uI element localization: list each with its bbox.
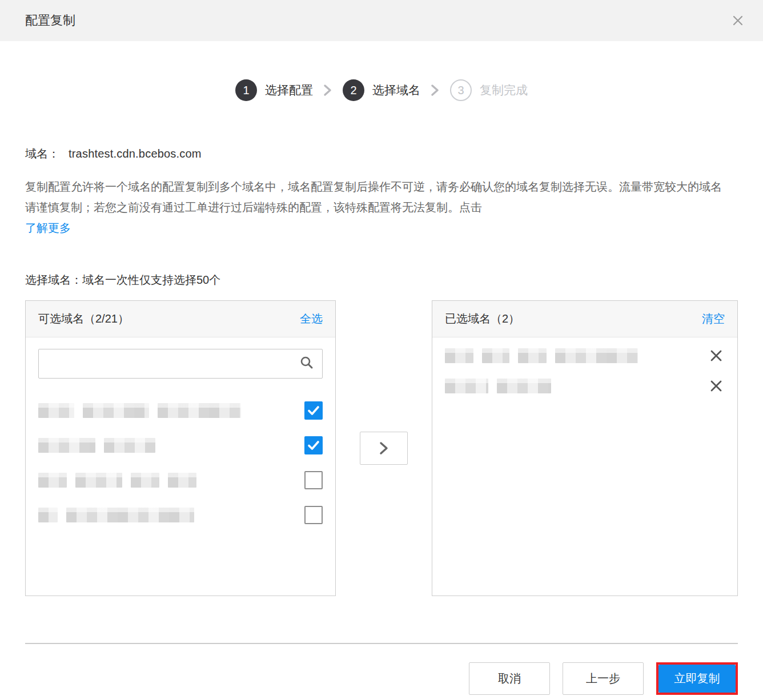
selected-domain-row bbox=[445, 377, 725, 395]
domain-checkbox-checked[interactable] bbox=[304, 401, 323, 420]
step-2-label: 选择域名 bbox=[372, 82, 420, 98]
copy-notice-text: 复制配置允许将一个域名的配置复制到多个域名中，域名配置复制后操作不可逆，请务必确… bbox=[25, 176, 729, 238]
cancel-button[interactable]: 取消 bbox=[469, 662, 550, 695]
clear-all-link[interactable]: 清空 bbox=[702, 311, 725, 327]
selected-panel-title: 已选域名（2） bbox=[445, 311, 520, 327]
domain-search-input[interactable] bbox=[47, 358, 299, 370]
chevron-right-icon bbox=[378, 441, 390, 456]
step-arrow-icon bbox=[323, 83, 332, 97]
available-domain-row bbox=[38, 436, 323, 454]
available-panel-title: 可选域名（2/21） bbox=[38, 311, 129, 327]
copy-now-button[interactable]: 立即复制 bbox=[658, 665, 736, 693]
transfer-column bbox=[336, 300, 432, 596]
remove-domain-icon[interactable] bbox=[708, 347, 725, 364]
redacted-domain-text bbox=[38, 508, 194, 522]
select-domain-hint: 选择域名：域名一次性仅支持选择50个 bbox=[25, 272, 738, 288]
remove-domain-icon[interactable] bbox=[708, 377, 725, 395]
step-2-number: 2 bbox=[343, 79, 364, 101]
selected-panel-header: 已选域名（2） 清空 bbox=[432, 301, 737, 337]
redacted-domain-text bbox=[38, 403, 241, 418]
domain-transfer: 可选域名（2/21） 全选 bbox=[25, 300, 738, 596]
redacted-domain-text bbox=[38, 473, 196, 488]
dialog-header: 配置复制 bbox=[0, 0, 763, 41]
submit-highlight-annotation: 立即复制 bbox=[656, 662, 738, 695]
move-right-button[interactable] bbox=[360, 432, 408, 465]
domain-checkbox-checked[interactable] bbox=[304, 436, 323, 454]
available-domains-panel: 可选域名（2/21） 全选 bbox=[25, 300, 336, 596]
domain-checkbox-unchecked[interactable] bbox=[304, 506, 323, 524]
source-domain-label: 域名： bbox=[25, 146, 59, 162]
source-domain-row: 域名： trashtest.cdn.bcebos.com bbox=[25, 146, 738, 162]
available-domain-row bbox=[38, 401, 323, 420]
previous-step-button[interactable]: 上一步 bbox=[563, 662, 644, 695]
step-indicator: 1 选择配置 2 选择域名 3 复制完成 bbox=[0, 79, 763, 102]
notice-body: 复制配置允许将一个域名的配置复制到多个域名中，域名配置复制后操作不可逆，请务必确… bbox=[25, 180, 722, 214]
selected-domain-list bbox=[445, 347, 725, 395]
step-2: 2 选择域名 bbox=[343, 79, 420, 101]
source-domain-value: trashtest.cdn.bcebos.com bbox=[69, 147, 202, 160]
available-panel-header: 可选域名（2/21） 全选 bbox=[26, 301, 335, 337]
domain-search-box[interactable] bbox=[38, 349, 323, 379]
step-1-number: 1 bbox=[235, 79, 257, 101]
search-icon bbox=[299, 355, 314, 372]
selected-domains-panel: 已选域名（2） 清空 bbox=[432, 300, 738, 596]
step-arrow-icon bbox=[431, 83, 440, 97]
available-panel-body bbox=[26, 337, 335, 596]
available-domain-row bbox=[38, 471, 323, 489]
close-icon[interactable] bbox=[730, 13, 746, 29]
step-3: 3 复制完成 bbox=[450, 79, 528, 101]
footer-divider bbox=[25, 643, 738, 644]
selected-domain-row bbox=[445, 347, 725, 365]
dialog-footer: 取消 上一步 立即复制 bbox=[0, 662, 763, 695]
redacted-domain-text bbox=[445, 379, 551, 393]
available-domain-list bbox=[38, 401, 323, 524]
available-domain-row bbox=[38, 506, 323, 524]
selected-panel-body bbox=[432, 337, 737, 596]
config-copy-dialog: 配置复制 1 选择配置 2 选择域名 3 复制完成 域名： trashtest.… bbox=[0, 0, 763, 700]
step-1-label: 选择配置 bbox=[265, 82, 313, 98]
learn-more-link[interactable]: 了解更多 bbox=[25, 222, 71, 234]
redacted-domain-text bbox=[38, 438, 155, 453]
step-1: 1 选择配置 bbox=[235, 79, 313, 101]
step-3-number: 3 bbox=[450, 79, 472, 101]
redacted-domain-text bbox=[445, 348, 638, 363]
select-all-link[interactable]: 全选 bbox=[300, 311, 323, 327]
step-3-label: 复制完成 bbox=[480, 82, 528, 98]
dialog-title: 配置复制 bbox=[25, 12, 75, 29]
domain-checkbox-unchecked[interactable] bbox=[304, 471, 323, 489]
